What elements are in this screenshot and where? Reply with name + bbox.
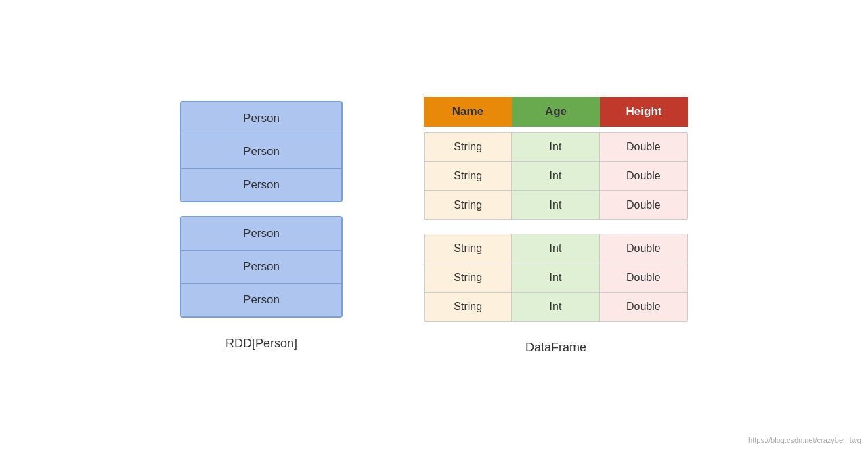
rdd-label: RDD[Person] [225, 337, 297, 351]
rdd-group-2: Person Person Person [180, 216, 343, 318]
header-age: Age [512, 97, 600, 127]
df-cell-age: Int [512, 133, 599, 161]
rdd-row: Person [181, 217, 341, 251]
df-data-row: String Int Double [425, 133, 687, 162]
df-cell-age: Int [512, 234, 599, 263]
df-cell-name: String [425, 133, 512, 161]
dataframe-header-row: Name Age Height [424, 97, 688, 127]
df-cell-height: Double [600, 133, 687, 161]
df-cell-height: Double [600, 162, 687, 190]
df-data-row: String Int Double [425, 162, 687, 191]
dataframe-group-1: String Int Double String Int Double Stri… [424, 132, 688, 220]
rdd-groups: Person Person Person Person Person Perso… [180, 101, 343, 318]
dataframe-label: DataFrame [525, 341, 586, 355]
df-data-row: String Int Double [425, 234, 687, 263]
df-cell-name: String [425, 293, 512, 321]
df-data-row: String Int Double [425, 293, 687, 321]
df-cell-age: Int [512, 293, 599, 321]
df-cell-age: Int [512, 191, 599, 219]
rdd-row: Person [181, 102, 341, 135]
df-cell-name: String [425, 191, 512, 219]
main-container: Person Person Person Person Person Perso… [167, 83, 701, 368]
df-cell-height: Double [600, 263, 687, 292]
rdd-row: Person [181, 135, 341, 169]
rdd-section: Person Person Person Person Person Perso… [180, 101, 343, 351]
df-cell-height: Double [600, 191, 687, 219]
df-cell-height: Double [600, 234, 687, 263]
df-cell-name: String [425, 234, 512, 263]
watermark: https://blog.csdn.net/crazyber_twg [748, 436, 861, 444]
dataframe-group-2: String Int Double String Int Double Stri… [424, 234, 688, 322]
df-cell-height: Double [600, 293, 687, 321]
df-cell-name: String [425, 162, 512, 190]
df-cell-age: Int [512, 162, 599, 190]
header-height: Height [600, 97, 688, 127]
rdd-group-1: Person Person Person [180, 101, 343, 202]
dataframe-section: Name Age Height String Int Double String… [424, 97, 688, 355]
rdd-row: Person [181, 284, 341, 316]
df-data-row: String Int Double [425, 263, 687, 293]
rdd-row: Person [181, 251, 341, 284]
dataframe-groups: String Int Double String Int Double Stri… [424, 132, 688, 322]
dataframe-content: Name Age Height String Int Double String… [424, 97, 688, 322]
df-data-row: String Int Double [425, 191, 687, 219]
rdd-row: Person [181, 169, 341, 201]
df-cell-name: String [425, 263, 512, 292]
df-cell-age: Int [512, 263, 599, 292]
header-name: Name [424, 97, 512, 127]
